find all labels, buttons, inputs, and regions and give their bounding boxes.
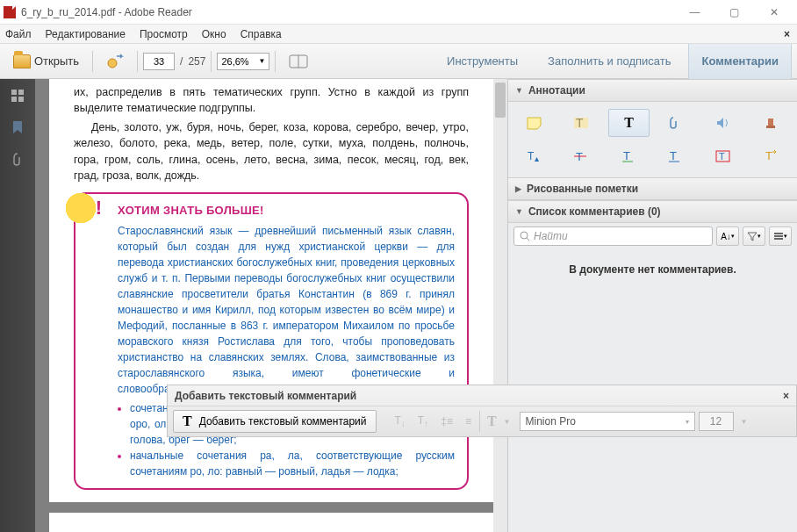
font-icon: T [484, 413, 500, 429]
minimize-button[interactable]: — [675, 0, 714, 25]
font-size: 12 [710, 415, 722, 428]
chevron-down-icon[interactable]: ▼ [737, 418, 751, 426]
text-comment-tool[interactable]: T [608, 109, 650, 137]
attachment-icon[interactable] [10, 151, 25, 167]
convert-icon [106, 53, 124, 70]
page-number-input[interactable] [143, 53, 175, 70]
zoom-value: 26,6% [221, 56, 248, 67]
svg-rect-26 [774, 238, 783, 240]
reading-mode-button[interactable] [281, 49, 316, 74]
thumbnails-icon[interactable] [10, 88, 25, 104]
menu-window[interactable]: Окно [202, 28, 226, 40]
comments-panel: ▼ Аннотации T T T▴ T T T T T ▶ Рисованны… [507, 79, 797, 532]
text-box-tool[interactable]: T [702, 142, 744, 170]
close-icon[interactable]: × [783, 390, 789, 402]
underline-tool[interactable]: T [608, 142, 650, 170]
comment-search-row: Найти A↓▾ ▾ ▾ [508, 223, 797, 249]
pdf-page: 34 ЯЗЫК сочетание жд, соответствующее ру… [49, 513, 493, 532]
scrollbar[interactable] [493, 79, 507, 532]
svg-rect-3 [11, 90, 17, 95]
page-total: 257 [188, 55, 205, 68]
options-button[interactable]: ▾ [769, 226, 792, 246]
sticky-note-tool[interactable] [513, 109, 556, 137]
comment-list-header[interactable]: ▼ Список комментариев (0) [508, 200, 797, 223]
chevron-down-icon[interactable]: ▼ [504, 418, 511, 426]
paragraph: День, золото, уж, буря, ночь, берег, коз… [74, 119, 469, 183]
add-comment-title: Добавить текстовый комментарий [175, 390, 356, 402]
line-spacing-icon[interactable]: ‡≡ [436, 415, 457, 428]
add-comment-toolbar: Добавить текстовый комментарий × T Добав… [167, 385, 797, 437]
collapse-icon: ▼ [515, 207, 523, 216]
font-select[interactable]: Minion Pro ▾ [520, 412, 695, 431]
text-callout-tool[interactable]: T [750, 142, 792, 170]
font-name: Minion Pro [526, 415, 576, 428]
menu-edit[interactable]: Редактирование [46, 28, 126, 40]
strikethrough-tool[interactable]: T [561, 142, 603, 170]
open-label: Открыть [34, 54, 79, 68]
no-comments-message: В документе нет комментариев. [508, 249, 797, 290]
tools-tab[interactable]: Инструменты [434, 44, 530, 79]
stamp-tool[interactable] [750, 109, 792, 137]
menu-close-icon[interactable]: × [784, 28, 790, 40]
window-title: 6_ry_b_ru_2014.pdf - Adobe Reader [21, 6, 675, 18]
svg-text:▴: ▴ [535, 154, 539, 163]
comment-list-label: Список комментариев (0) [528, 205, 661, 218]
search-placeholder: Найти [534, 230, 568, 242]
comment-search-input[interactable]: Найти [513, 226, 713, 246]
annotations-label: Аннотации [528, 84, 585, 97]
bullet-item: начальные сочетания ра, ла, соответствую… [130, 448, 455, 479]
document-viewport[interactable]: их, распределив в пять тематических груп… [35, 79, 507, 532]
decrease-size-icon[interactable]: T↓ [391, 414, 410, 428]
fill-sign-tab[interactable]: Заполнить и подписать [535, 44, 683, 79]
svg-rect-25 [774, 235, 783, 237]
svg-rect-8 [574, 118, 588, 128]
create-pdf-button[interactable] [98, 49, 132, 74]
align-icon[interactable]: ≡ [461, 415, 476, 428]
collapse-icon: ▼ [515, 86, 523, 95]
menu-help[interactable]: Справка [241, 28, 282, 40]
sort-button[interactable]: A↓▾ [716, 226, 739, 246]
expand-icon: ▶ [515, 184, 521, 193]
svg-rect-4 [18, 90, 24, 95]
comments-tab[interactable]: Комментарии [688, 44, 792, 79]
separator [211, 51, 212, 72]
pdf-file-icon [4, 6, 16, 18]
svg-rect-10 [768, 119, 773, 126]
svg-text:T: T [623, 149, 630, 162]
add-comment-label: Добавить текстовый комментарий [199, 415, 367, 428]
svg-point-0 [108, 59, 117, 68]
filter-button[interactable]: ▾ [743, 226, 765, 246]
sun-icon [61, 189, 100, 227]
insert-text-tool[interactable]: T▴ [513, 142, 556, 170]
scrollbar-thumb[interactable] [495, 83, 506, 118]
page-sep: / [180, 55, 183, 68]
separator [137, 51, 138, 72]
bookmark-icon[interactable] [10, 119, 25, 135]
audio-tool[interactable] [702, 109, 744, 137]
menu-file[interactable]: Файл [5, 28, 32, 40]
callout-box: ХОТИМ ЗНАТЬ БОЛЬШЕ! Старославянский язык… [74, 192, 469, 490]
callout-body: Старославянский язык — древнейший письме… [118, 225, 455, 395]
close-button[interactable]: ✕ [754, 0, 793, 25]
svg-rect-9 [766, 126, 775, 128]
navigation-rail [0, 79, 35, 532]
drawings-header[interactable]: ▶ Рисованные пометки [508, 177, 797, 200]
open-button[interactable]: Открыть [5, 49, 87, 74]
zoom-select[interactable]: 26,6% ▼ [217, 53, 269, 70]
separator [275, 51, 276, 72]
replace-text-tool[interactable]: T [655, 142, 697, 170]
maximize-button[interactable]: ▢ [714, 0, 754, 25]
svg-text:T: T [528, 150, 535, 162]
increase-size-icon[interactable]: T↑ [413, 414, 433, 428]
add-text-comment-button[interactable]: T Добавить текстовый комментарий [173, 410, 377, 433]
attach-file-tool[interactable] [655, 109, 697, 137]
annotations-header[interactable]: ▼ Аннотации [508, 79, 797, 102]
separator [92, 51, 93, 72]
pdf-page: их, распределив в пять тематических груп… [49, 79, 493, 502]
title-bar: 6_ry_b_ru_2014.pdf - Adobe Reader — ▢ ✕ [0, 0, 797, 25]
menu-view[interactable]: Просмотр [140, 28, 188, 40]
annotation-tools: T T T▴ T T T T T [508, 102, 797, 177]
font-size-select[interactable]: 12 [699, 412, 734, 431]
svg-text:T: T [670, 149, 677, 162]
highlight-tool[interactable]: T [561, 109, 603, 137]
